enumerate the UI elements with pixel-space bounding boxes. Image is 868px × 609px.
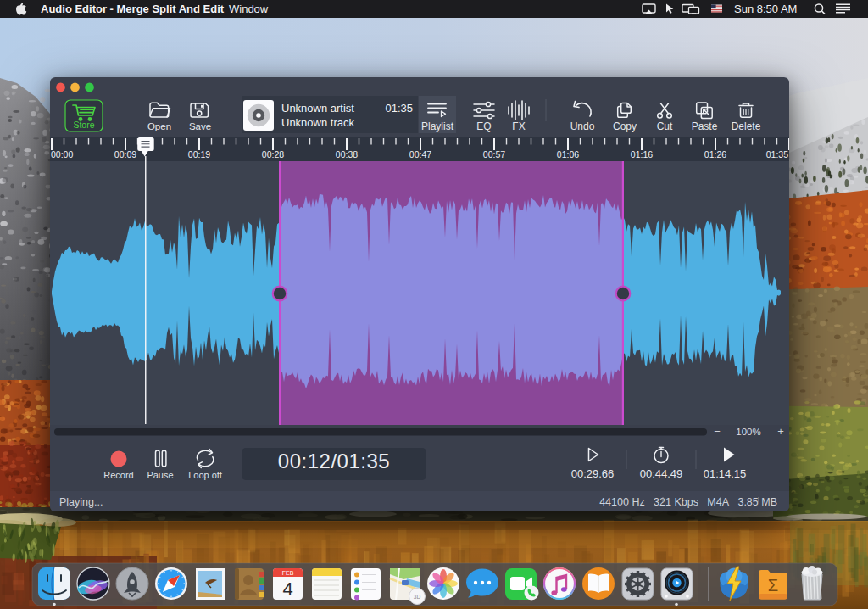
svg-text:00:47: 00:47	[409, 149, 431, 159]
svg-text:Loop off: Loop off	[188, 470, 223, 480]
svg-text:Playlist: Playlist	[421, 120, 454, 132]
svg-text:44100 Hz 321 Kbps M4A 3.: 44100 Hz 321 Kbps M4A 3.85 MB	[599, 496, 777, 508]
svg-text:100%: 100%	[736, 427, 760, 437]
svg-text:Save: Save	[189, 121, 211, 131]
svg-text:00:19: 00:19	[188, 149, 210, 159]
svg-text:FX: FX	[512, 120, 525, 132]
svg-text:Open: Open	[147, 121, 171, 131]
svg-text:01:35: 01:35	[766, 149, 788, 159]
svg-text:Pause: Pause	[147, 470, 173, 480]
svg-text:Paste: Paste	[692, 120, 718, 132]
svg-text:Record: Record	[103, 470, 133, 480]
svg-text:Unknown artist: Unknown artist	[281, 102, 354, 115]
svg-text:Undo: Undo	[570, 120, 595, 132]
svg-text:01:26: 01:26	[704, 149, 726, 159]
svg-text:00:29.66: 00:29.66	[571, 467, 615, 480]
svg-text:00:12/01:35: 00:12/01:35	[278, 450, 390, 472]
svg-text:01:14.15: 01:14.15	[704, 467, 747, 480]
svg-text:00:09: 00:09	[114, 149, 136, 159]
svg-text:+: +	[777, 425, 784, 438]
svg-text:00:00: 00:00	[51, 149, 73, 159]
svg-text:3D: 3D	[414, 594, 421, 600]
svg-text:Delete: Delete	[732, 120, 761, 132]
svg-text:4: 4	[282, 578, 292, 600]
svg-text:Store: Store	[73, 120, 94, 130]
svg-text:Unknown track: Unknown track	[281, 116, 354, 129]
svg-text:01:06: 01:06	[557, 149, 579, 159]
svg-text:Cut: Cut	[657, 120, 673, 132]
svg-text:00:38: 00:38	[336, 149, 358, 159]
svg-text:00:44.49: 00:44.49	[640, 467, 683, 480]
svg-text:01:16: 01:16	[631, 149, 653, 159]
svg-text:−: −	[714, 425, 721, 438]
svg-text:Copy: Copy	[613, 120, 637, 132]
svg-text:00:28: 00:28	[262, 149, 284, 159]
svg-text:Σ: Σ	[768, 576, 778, 595]
svg-text:EQ: EQ	[476, 120, 491, 132]
svg-text:00:57: 00:57	[483, 149, 505, 159]
svg-text:FEB: FEB	[282, 570, 294, 576]
svg-text:Playing...: Playing...	[59, 496, 103, 508]
svg-text:01:35: 01:35	[385, 102, 413, 115]
